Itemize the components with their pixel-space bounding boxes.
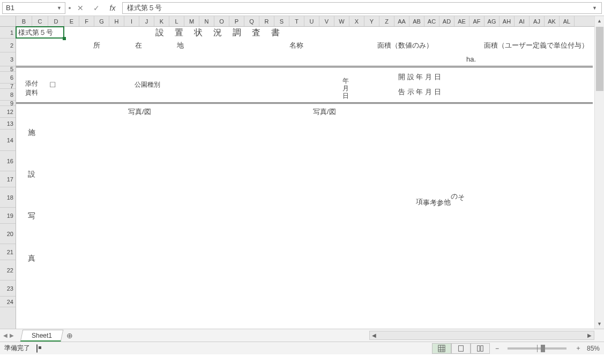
column-header[interactable]: AK	[545, 16, 560, 26]
column-header[interactable]: R	[259, 16, 274, 26]
row-header[interactable]: 8	[0, 89, 16, 101]
horizontal-scrollbar[interactable]: ◀ ▶	[77, 329, 594, 342]
checkbox-cell[interactable]: □	[47, 66, 133, 103]
row-header[interactable]: 18	[0, 187, 16, 208]
open-date-cell[interactable]: 開 設 年 月 日	[360, 72, 479, 82]
sheet-tab-sheet1[interactable]: Sheet1	[20, 330, 64, 342]
column-header[interactable]: P	[229, 16, 244, 26]
row-header[interactable]: 1	[0, 27, 16, 39]
area-num-value-cell[interactable]: ha.	[332, 52, 480, 66]
row-header[interactable]: 24	[0, 297, 16, 307]
blank-cell[interactable]	[479, 27, 593, 39]
column-header[interactable]: E	[64, 16, 79, 26]
row-header[interactable]: 19	[0, 208, 16, 224]
formula-bar-divider[interactable]	[69, 2, 71, 14]
column-header[interactable]: Q	[244, 16, 259, 26]
area-num-label-cell[interactable]: 面積（数値のみ）	[332, 39, 480, 52]
row-header[interactable]: 21	[0, 244, 16, 260]
row-header[interactable]: 16	[0, 151, 16, 171]
add-sheet-button[interactable]: ⊕	[62, 329, 77, 342]
view-buttons[interactable]	[432, 343, 490, 354]
row-header[interactable]: 23	[0, 280, 16, 297]
blank-cell[interactable]	[479, 66, 593, 103]
scroll-left-icon[interactable]: ◀	[370, 332, 378, 338]
formula-expand-icon[interactable]: ▼	[592, 5, 597, 11]
photo2-label-cell[interactable]: 写真/図	[233, 103, 416, 120]
row-header[interactable]: 5	[0, 66, 16, 72]
column-header[interactable]: V	[319, 16, 334, 26]
zoom-level[interactable]: 85%	[587, 345, 600, 352]
column-header[interactable]: F	[79, 16, 94, 26]
name-box-dropdown-icon[interactable]: ▼	[57, 5, 62, 11]
view-normal-button[interactable]	[432, 343, 451, 354]
name-value-cell[interactable]	[261, 52, 332, 66]
checkbox-icon[interactable]: □	[50, 80, 55, 89]
address-label-cell[interactable]: 所 在 地	[16, 39, 261, 52]
confirm-button[interactable]: ✓	[90, 2, 103, 14]
blank-cell[interactable]	[360, 82, 479, 87]
column-header[interactable]: AF	[469, 16, 484, 26]
other-notes-value-cell[interactable]	[465, 103, 593, 287]
column-header[interactable]: I	[124, 16, 139, 26]
cancel-button[interactable]: ✕	[74, 2, 87, 14]
column-header[interactable]: AA	[394, 16, 409, 26]
column-header[interactable]: AE	[454, 16, 469, 26]
column-header[interactable]: AB	[409, 16, 424, 26]
column-header[interactable]: AG	[484, 16, 499, 26]
sheet-canvas[interactable]: 様式第５号 設 置 状 況 調 査 書 所 在 地 名称 面積（数値のみ）	[16, 27, 594, 329]
column-header[interactable]: Y	[364, 16, 379, 26]
blank-cell[interactable]	[360, 66, 479, 72]
row-header[interactable]: 13	[0, 118, 16, 130]
blank-cell[interactable]	[360, 97, 479, 103]
park-kind-value-cell[interactable]	[162, 66, 261, 103]
name-box[interactable]: B1 ▼	[2, 2, 65, 14]
address-value-cell[interactable]	[16, 52, 261, 66]
column-header[interactable]: S	[274, 16, 289, 26]
view-page-layout-button[interactable]	[451, 343, 471, 354]
tab-nav-prev-icon[interactable]: ◀	[3, 332, 8, 338]
column-header[interactable]: G	[94, 16, 109, 26]
vertical-scrollbar[interactable]: ▲ ▼	[594, 16, 604, 329]
column-header[interactable]: AL	[560, 16, 575, 26]
select-all-corner[interactable]	[0, 16, 16, 27]
row-header[interactable]: 17	[0, 171, 16, 187]
name-label-cell[interactable]: 名称	[261, 39, 332, 52]
column-header[interactable]: L	[169, 16, 184, 26]
row-header[interactable]: 7	[0, 84, 16, 89]
row-header[interactable]: 3	[0, 52, 16, 66]
attachment-label-cell[interactable]: 添付 資料	[16, 66, 47, 103]
tab-nav-next-icon[interactable]: ▶	[10, 332, 14, 338]
form-number-cell[interactable]: 様式第５号	[16, 27, 62, 39]
column-header[interactable]: Z	[379, 16, 394, 26]
column-header[interactable]: U	[304, 16, 319, 26]
column-header[interactable]: AD	[439, 16, 454, 26]
row-header[interactable]: 6	[0, 72, 16, 84]
column-header[interactable]: B	[16, 16, 32, 26]
photo2-area[interactable]	[233, 120, 416, 287]
column-header[interactable]: M	[184, 16, 199, 26]
selection-fill-handle[interactable]	[63, 37, 66, 40]
notice-date-cell[interactable]: 告 示 年 月 日	[360, 87, 479, 97]
column-header[interactable]: J	[139, 16, 154, 26]
area-unit-value-cell[interactable]	[479, 52, 593, 66]
other-notes-label-cell[interactable]: そ の 他 参 考 事 項	[416, 103, 465, 287]
column-header[interactable]: O	[214, 16, 229, 26]
column-header[interactable]: X	[349, 16, 364, 26]
blank-cell[interactable]	[261, 66, 332, 103]
column-headers[interactable]: BCDEFGHIJKLMNOPQRSTUVWXYZAAABACADAEAFAGA…	[16, 16, 594, 27]
column-header[interactable]: AH	[499, 16, 514, 26]
row-header[interactable]: 14	[0, 130, 16, 151]
macro-record-icon[interactable]	[36, 345, 38, 352]
column-header[interactable]: AC	[424, 16, 439, 26]
insert-function-button[interactable]: fx	[106, 2, 119, 14]
ymd-label-cell[interactable]: 年 月 日	[332, 66, 360, 103]
formula-input[interactable]: 様式第５号 ▼	[122, 2, 602, 14]
column-header[interactable]: T	[289, 16, 304, 26]
area-unit-label-cell[interactable]: 面積（ユーザー定義で単位付与）	[479, 39, 593, 52]
tab-nav-buttons[interactable]: ◀ ▶	[0, 329, 17, 342]
zoom-out-button[interactable]: −	[495, 345, 499, 352]
row-header[interactable]: 22	[0, 260, 16, 280]
facility-photo-label-cell[interactable]: 施 設 写 真	[16, 103, 47, 287]
row-header[interactable]: 2	[0, 39, 16, 52]
scroll-up-icon[interactable]: ▲	[595, 16, 604, 26]
